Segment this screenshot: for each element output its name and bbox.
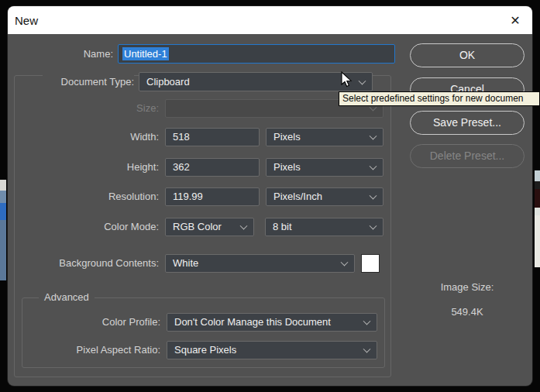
resolution-label: Resolution: [66, 187, 159, 206]
color-mode-label: Color Mode: [66, 218, 159, 236]
pixel-aspect-ratio-dropdown[interactable]: Square Pixels [167, 341, 377, 359]
dialog-titlebar[interactable]: New ✕ [8, 6, 532, 34]
pixel-aspect-ratio-label: Pixel Aspect Ratio: [44, 341, 160, 359]
document-type-dropdown[interactable]: Clipboard [139, 72, 373, 91]
bit-depth-dropdown[interactable]: 8 bit [265, 218, 384, 236]
dialog-title: New [15, 14, 38, 27]
width-input[interactable]: 518 [165, 128, 260, 146]
name-input-selected-text: Untitled-1 [122, 47, 169, 60]
name-input[interactable]: Untitled-1 [118, 44, 395, 64]
bit-depth-value: 8 bit [273, 221, 292, 232]
resolution-unit-dropdown[interactable]: Pixels/Inch [266, 187, 384, 206]
height-input[interactable]: 362 [165, 158, 260, 177]
color-profile-value: Don't Color Manage this Document [174, 316, 331, 328]
document-type-label: Document Type: [43, 72, 134, 91]
background-color-swatch[interactable] [361, 254, 380, 273]
color-mode-value: RGB Color [173, 221, 222, 232]
resolution-input[interactable]: 119.99 [165, 187, 260, 206]
height-unit-value: Pixels [273, 161, 301, 173]
width-value: 518 [173, 131, 190, 143]
width-unit-dropdown[interactable]: Pixels [266, 128, 384, 146]
chevron-down-icon [341, 259, 349, 266]
color-mode-dropdown[interactable]: RGB Color [165, 218, 254, 236]
pixel-aspect-ratio-value: Square Pixels [174, 344, 236, 356]
resolution-value: 119.99 [173, 191, 203, 202]
delete-preset-button: Delete Preset... [410, 144, 525, 168]
chevron-down-icon [370, 222, 377, 230]
chevron-down-icon [359, 77, 366, 84]
height-value: 362 [173, 161, 190, 173]
background-contents-label: Background Contents: [35, 254, 159, 273]
ok-button[interactable]: OK [410, 43, 525, 67]
chevron-down-icon [370, 132, 377, 140]
chevron-down-icon [370, 192, 377, 200]
mouse-cursor-icon [340, 71, 354, 88]
name-label: Name: [20, 44, 113, 64]
chevron-down-icon [363, 346, 371, 353]
color-profile-dropdown[interactable]: Don't Color Manage this Document [167, 313, 377, 332]
screen-background: New ✕ Name: Untitled-1 Document Type: Cl… [0, 0, 540, 392]
height-label: Height: [66, 158, 159, 177]
height-unit-dropdown[interactable]: Pixels [266, 158, 384, 177]
image-size-value: 549.4K [410, 306, 525, 318]
chevron-down-icon [363, 318, 371, 325]
resolution-unit-value: Pixels/Inch [273, 191, 322, 202]
save-preset-button[interactable]: Save Preset... [410, 111, 525, 135]
advanced-legend: Advanced [39, 291, 95, 304]
chevron-down-icon [370, 163, 377, 170]
background-contents-dropdown[interactable]: White [165, 254, 355, 273]
background-contents-value: White [173, 257, 198, 269]
background-app-sliver-left [0, 180, 6, 280]
close-icon[interactable]: ✕ [503, 9, 528, 32]
tooltip: Select predefined settings for new docum… [339, 91, 540, 106]
chevron-down-icon [240, 222, 248, 230]
new-document-dialog: New ✕ Name: Untitled-1 Document Type: Cl… [8, 6, 532, 386]
width-unit-value: Pixels [273, 131, 301, 143]
width-label: Width: [66, 128, 159, 146]
document-type-value: Clipboard [146, 76, 190, 88]
background-app-sliver-right [535, 170, 540, 267]
size-label: Size: [66, 99, 159, 118]
color-profile-label: Color Profile: [44, 313, 160, 332]
image-size-label: Image Size: [410, 281, 525, 293]
